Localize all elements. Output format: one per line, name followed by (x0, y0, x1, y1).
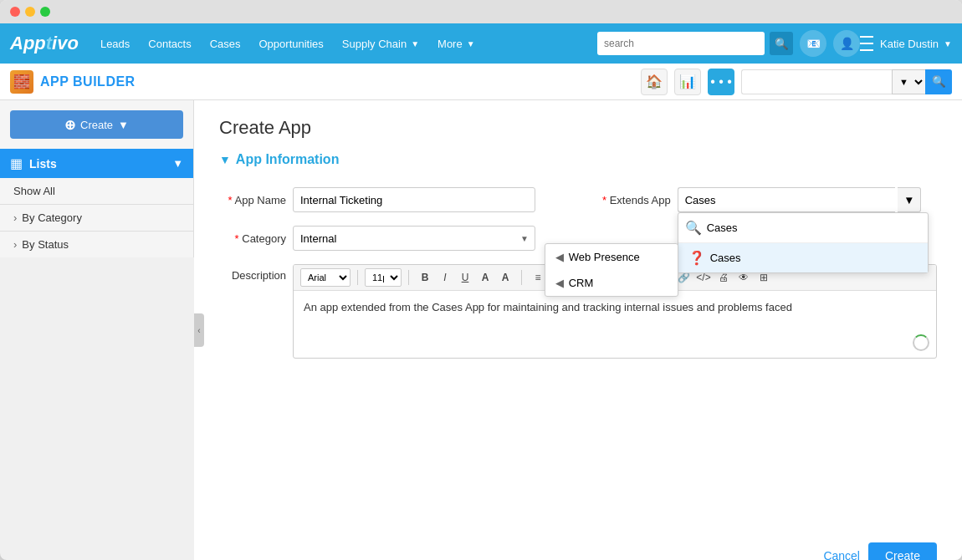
more-options-button[interactable]: • • • (708, 69, 734, 95)
nav-opportunities[interactable]: Opportunities (251, 33, 332, 55)
section-chevron-icon: ▼ (219, 153, 231, 166)
extends-search-row: 🔍 (678, 213, 928, 243)
app-logo[interactable]: Apptivo (10, 33, 79, 54)
sidebar: ⊕ Create ▼ ▦ Lists ▼ Show All › By Categ… (0, 100, 194, 257)
category-group: * Category Internal (219, 226, 535, 251)
font-size-select[interactable]: 11pt (365, 268, 402, 287)
italic-button[interactable]: I (436, 268, 454, 287)
close-button[interactable] (10, 7, 20, 17)
text-format-group: B I U A A (416, 268, 514, 287)
nav-search-button[interactable]: 🔍 (770, 32, 793, 55)
home-icon: 🏠 (646, 74, 663, 89)
highlight-button[interactable]: A (496, 268, 514, 287)
app-builder-search-select[interactable]: ▼ (892, 69, 925, 94)
font-family-select[interactable]: Arial (300, 268, 351, 287)
lists-chevron: ▼ (172, 157, 183, 170)
app-builder-search-input[interactable] (741, 69, 892, 94)
dots-icon: • • • (710, 74, 732, 89)
extends-app-input[interactable] (678, 187, 895, 212)
create-button[interactable]: ⊕ Create ▼ (10, 110, 183, 139)
app-name-input[interactable] (293, 187, 535, 212)
arrow-left-icon: ◀ (555, 251, 564, 263)
profile-icon-button[interactable]: 👤 (833, 30, 860, 57)
loading-spinner (913, 334, 929, 351)
footer-buttons: Cancel Create (219, 526, 937, 560)
maximize-button[interactable] (40, 7, 50, 17)
app-builder-search-button[interactable]: 🔍 (925, 69, 952, 94)
sidebar-item-by-category[interactable]: › By Category (0, 205, 193, 231)
mail-icon-button[interactable]: 📧 (800, 30, 826, 57)
toolbar-sep-3 (521, 270, 522, 285)
category-select-wrapper: Internal (293, 226, 535, 251)
section-header: ▼ App Information (219, 152, 937, 167)
app-window: Apptivo Leads Contacts Cases Opportuniti… (0, 0, 962, 560)
chart-icon: 📊 (679, 74, 696, 89)
extends-app-group: * Extends App ▼ 🔍 (602, 187, 921, 212)
app-builder-title: APP BUILDER (40, 74, 136, 89)
description-label: Description (219, 269, 286, 282)
extends-sub-web-presence[interactable]: ◀ Web Presence (545, 244, 678, 270)
by-status-chevron: › (13, 238, 17, 251)
rich-text-content[interactable]: An app extended from the Cases App for m… (294, 291, 936, 358)
underline-button[interactable]: U (456, 268, 474, 287)
user-dropdown-caret: ▼ (944, 39, 952, 48)
extends-option-cases[interactable]: ❓ Cases (678, 243, 928, 272)
nav-contacts[interactable]: Contacts (140, 33, 199, 55)
app-builder-search: ▼ 🔍 (741, 69, 952, 94)
extends-app-dropdown: 🔍 ❓ Cases (678, 212, 929, 273)
nav-supply-chain[interactable]: Supply Chain ▼ (334, 33, 427, 55)
category-required-indicator: * (235, 232, 239, 245)
extends-select-wrapper: ▼ 🔍 ❓ Cases (678, 187, 922, 212)
collapse-icon: ‹ (197, 326, 200, 335)
nav-more[interactable]: More ▼ (429, 33, 484, 55)
app-name-group: * App Name (219, 187, 535, 212)
arrow-left-icon-2: ◀ (555, 277, 564, 289)
sidebar-collapse-handle[interactable]: ‹ (194, 313, 204, 347)
nav-user[interactable]: Katie Dustin ▼ (860, 34, 952, 53)
sidebar-item-lists[interactable]: ▦ Lists ▼ (0, 149, 193, 178)
home-icon-button[interactable]: 🏠 (641, 69, 668, 95)
extends-dropdown-caret: ▼ (903, 194, 914, 206)
font-size-group: 11pt (365, 268, 402, 287)
sidebar-wrapper: ⊕ Create ▼ ▦ Lists ▼ Show All › By Categ… (0, 100, 194, 560)
search-icon: 🔍 (932, 75, 946, 88)
category-label: * Category (219, 232, 286, 245)
extends-sub-crm[interactable]: ◀ CRM (545, 270, 678, 296)
app-name-label: * App Name (219, 194, 286, 206)
extends-sub-menu: ◀ Web Presence ◀ CRM (545, 243, 678, 297)
lists-icon: ▦ (10, 155, 23, 171)
builder-icon-symbol: 🧱 (13, 74, 30, 89)
mail-icon: 📧 (806, 37, 821, 50)
nav-cases[interactable]: Cases (202, 33, 249, 55)
extends-options-container: ❓ Cases ◀ Web Presence (678, 243, 928, 272)
create-dropdown-caret: ▼ (118, 119, 129, 131)
nav-search-input[interactable] (597, 32, 765, 55)
search-icon: 🔍 (775, 38, 789, 50)
page-title: Create App (219, 117, 937, 139)
app-builder-logo-icon: 🧱 (10, 70, 33, 94)
nav-leads[interactable]: Leads (92, 33, 138, 55)
sidebar-item-by-status[interactable]: › By Status (0, 232, 193, 257)
by-category-chevron: › (13, 211, 17, 224)
main-layout: ⊕ Create ▼ ▦ Lists ▼ Show All › By Categ… (0, 100, 962, 560)
minimize-button[interactable] (25, 7, 35, 17)
sidebar-item-show-all[interactable]: Show All (0, 178, 193, 204)
app-builder-bar: 🧱 APP BUILDER 🏠 📊 • • • ▼ 🔍 (0, 64, 962, 100)
extends-app-dropdown-button[interactable]: ▼ (898, 187, 921, 212)
profile-icon: 👤 (840, 37, 854, 50)
chart-icon-button[interactable]: 📊 (674, 69, 701, 95)
text-color-button[interactable]: A (476, 268, 494, 287)
required-indicator: * (228, 194, 233, 206)
app-builder-actions: 🏠 📊 • • • ▼ 🔍 (641, 69, 952, 95)
create-app-button[interactable]: Create (868, 542, 937, 560)
nav-links: Leads Contacts Cases Opportunities Suppl… (92, 33, 597, 55)
cancel-button[interactable]: Cancel (823, 542, 860, 560)
category-select[interactable]: Internal (293, 226, 535, 251)
nav-icons: 📧 👤 (800, 30, 860, 57)
bold-button[interactable]: B (416, 268, 434, 287)
toolbar-sep-1 (357, 270, 358, 285)
supply-chain-caret: ▼ (411, 39, 419, 48)
plus-icon: ⊕ (64, 117, 75, 133)
hamburger-icon (860, 34, 873, 53)
extends-search-input[interactable] (707, 221, 921, 234)
